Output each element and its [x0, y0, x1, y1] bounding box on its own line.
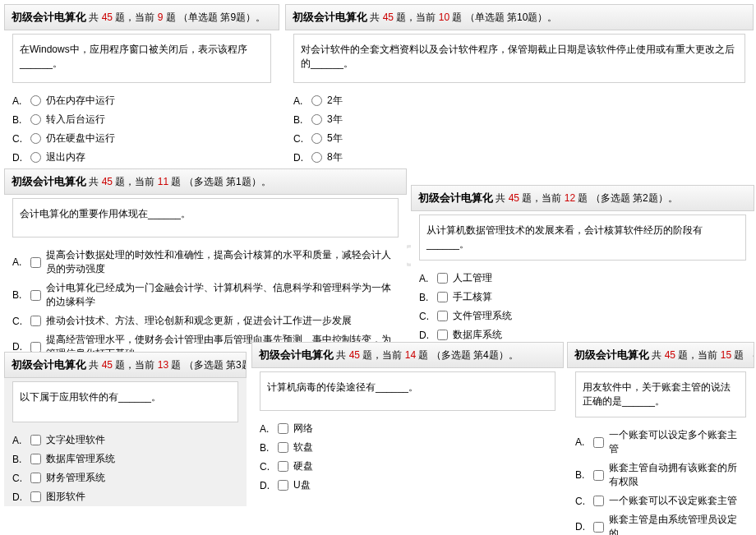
lbl-c: C. [293, 133, 307, 145]
total: 45 [509, 192, 519, 204]
check-d[interactable] [593, 522, 604, 533]
lbl-c: C. [12, 133, 25, 145]
radio-b[interactable] [311, 114, 322, 125]
opt-c: C.财务管理系统 [12, 468, 238, 487]
check-c[interactable] [278, 461, 288, 472]
radio-c[interactable] [30, 133, 41, 144]
check-a[interactable] [278, 423, 288, 434]
type: （多选题 第4题）。 [431, 349, 519, 361]
txt-close: 题 [734, 349, 744, 361]
txt-close: 题 [452, 12, 462, 23]
radio-a[interactable] [311, 95, 322, 106]
txt-d: 退出内存 [46, 150, 85, 164]
check-d[interactable] [278, 480, 288, 491]
check-c[interactable] [30, 473, 41, 483]
check-b[interactable] [30, 454, 41, 464]
num: 11 [158, 176, 168, 187]
check-d[interactable] [437, 330, 448, 340]
check-d[interactable] [30, 342, 41, 353]
opt-c: C.推动会计技术、方法、理论创新和观念更新，促进会计工作进一步发展 [12, 311, 399, 330]
txt-a: 一个账套可以设定多个账套主管 [609, 428, 746, 456]
check-b[interactable] [437, 292, 448, 302]
opt-a: A.人工管理 [419, 269, 746, 288]
txt-close: 题 [166, 12, 176, 23]
total: 45 [102, 359, 113, 371]
header-q10: 初级会计电算化 共 45 题，当前 10 题 （单选题 第10题）。 [285, 4, 754, 30]
total: 45 [383, 12, 394, 23]
txt-prefix: 共 [336, 349, 346, 361]
num: 14 [405, 349, 416, 361]
opt-a: A.文字处理软件 [12, 431, 238, 450]
q-text: 计算机病毒的传染途径有______。 [267, 381, 418, 393]
opt-a: A.一个账套可以设定多个账套主管 [575, 426, 746, 459]
options: A.2年 B.3年 C.5年 D.8年 [285, 86, 754, 167]
radio-d[interactable] [311, 152, 322, 163]
options: A.网络 B.软盘 C.硬盘 D.U盘 [251, 414, 564, 495]
radio-d[interactable] [30, 152, 41, 163]
lbl-d: D. [419, 330, 432, 341]
txt-suffix: 题，当前 [396, 12, 436, 23]
panel-q10: 初级会计电算化 共 45 题，当前 10 题 （单选题 第10题）。 对会计软件… [285, 4, 754, 167]
check-a[interactable] [437, 273, 448, 284]
txt-suffix: 题，当前 [115, 176, 154, 187]
lbl-a: A. [419, 273, 432, 284]
question-box: 会计电算化的重要作用体现在______。 [12, 198, 399, 238]
txt-d: U盘 [293, 478, 311, 492]
lbl-a: A. [260, 423, 273, 435]
lbl-b: B. [419, 292, 432, 303]
txt-prefix: 共 [89, 176, 99, 187]
opt-a: A.提高会计数据处理的时效性和准确性，提高会计核算的水平和质量，减轻会计人员的劳… [12, 246, 399, 279]
txt-b: 3年 [327, 113, 343, 127]
txt-a: 提高会计数据处理的时效性和准确性，提高会计核算的水平和质量，减轻会计人员的劳动强… [46, 248, 399, 276]
check-c[interactable] [437, 311, 448, 321]
check-d[interactable] [30, 491, 41, 502]
radio-c[interactable] [311, 133, 322, 144]
question-box: 在Windows中，应用程序窗口被关闭后，表示该程序______。 [12, 34, 271, 83]
check-a[interactable] [30, 257, 41, 268]
txt-d: 8年 [327, 150, 343, 164]
q-text: 用友软件中，关于账套主管的说法正确的是______。 [583, 381, 731, 407]
txt-c: 推动会计技术、方法、理论创新和观念更新，促进会计工作进一步发展 [46, 314, 352, 328]
panel-q12: 初级会计电算化 共 45 题，当前 12 题 （多选题 第2题）。 从计算机数据… [411, 185, 754, 344]
total: 45 [349, 349, 360, 361]
lbl-d: D. [260, 480, 273, 491]
radio-a[interactable] [30, 95, 41, 106]
lbl-c: C. [12, 473, 25, 484]
txt-c: 仍在硬盘中运行 [46, 131, 115, 145]
check-b[interactable] [278, 442, 288, 453]
check-c[interactable] [593, 496, 604, 506]
lbl-b: B. [12, 454, 25, 465]
title: 初级会计电算化 [12, 358, 86, 371]
check-b[interactable] [30, 290, 41, 301]
opt-d: D.账套主管是由系统管理员设定的 [575, 510, 746, 535]
lbl-b: B. [12, 289, 25, 301]
txt-b: 手工核算 [453, 290, 492, 304]
question-box: 从计算机数据管理技术的发展来看，会计核算软件经历的阶段有______。 [419, 214, 746, 261]
radio-b[interactable] [30, 114, 41, 125]
question-box: 对会计软件的全套文档资料以及会计软件程序，保管期截止日期是该软件停止使用或有重大… [293, 34, 745, 83]
check-b[interactable] [593, 470, 604, 481]
txt-prefix: 共 [496, 192, 505, 204]
txt-close: 题 [578, 192, 588, 204]
panel-q14: 初级会计电算化 共 45 题，当前 14 题 （多选题 第4题）。 计算机病毒的… [251, 342, 564, 495]
type: （多选题 第3题）。 [184, 359, 247, 371]
txt-d: 图形软件 [46, 490, 85, 504]
header-q12: 初级会计电算化 共 45 题，当前 12 题 （多选题 第2题）。 [411, 185, 754, 211]
txt-b: 转入后台运行 [46, 113, 105, 127]
check-a[interactable] [30, 435, 41, 445]
txt-a: 人工管理 [453, 271, 492, 285]
type: （单选题 第9题）。 [178, 12, 265, 23]
num: 15 [721, 349, 731, 361]
txt-prefix: 共 [89, 359, 99, 371]
txt-close: 题 [171, 359, 181, 371]
header-q11: 初级会计电算化 共 45 题，当前 11 题 （多选题 第1题）。 [4, 168, 407, 195]
title: 初级会计电算化 [574, 348, 649, 361]
txt-close: 题 [418, 349, 428, 361]
opt-b: B.账套主管自动拥有该账套的所有权限 [575, 459, 746, 491]
opt-d: D.8年 [293, 148, 745, 167]
check-a[interactable] [593, 437, 604, 448]
check-c[interactable] [30, 316, 41, 326]
txt-c: 5年 [327, 131, 343, 145]
lbl-c: C. [575, 496, 588, 507]
num: 9 [158, 12, 164, 23]
